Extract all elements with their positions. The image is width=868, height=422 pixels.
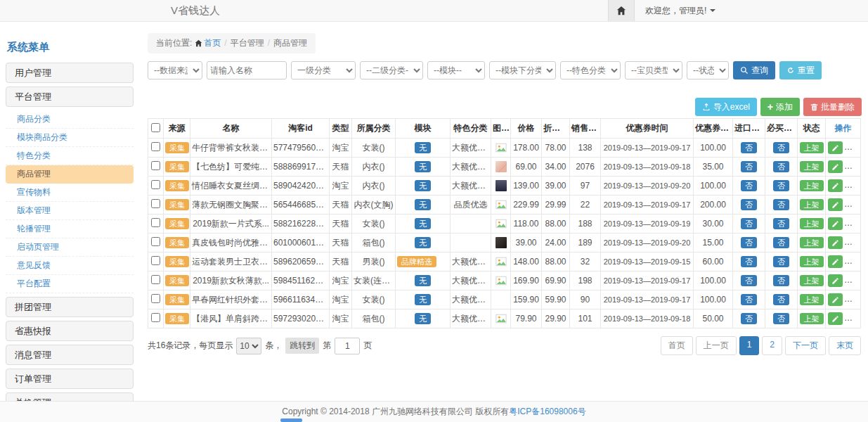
module-badge[interactable]: 无 [415, 161, 431, 172]
import-toggle[interactable]: 否 [741, 275, 757, 286]
import-excel-button[interactable]: 导入excel [695, 98, 757, 116]
import-toggle[interactable]: 否 [741, 180, 757, 191]
edit-button[interactable] [828, 255, 843, 268]
module-badge[interactable]: 无 [415, 294, 431, 305]
edit-button[interactable] [828, 141, 843, 154]
page-button-下一页[interactable]: 下一页 [785, 336, 826, 355]
status-badge[interactable]: 上架 [800, 199, 824, 210]
sidebar-item-特色分类[interactable]: 特色分类 [6, 147, 134, 165]
filter-select-3[interactable]: --二级分类-- [360, 61, 423, 79]
row-checkbox[interactable] [151, 275, 160, 284]
select-all-checkbox[interactable] [151, 123, 160, 132]
status-badge[interactable]: 上架 [800, 275, 824, 286]
sidebar-item-轮播管理[interactable]: 轮播管理 [6, 220, 134, 238]
must-buy-toggle[interactable]: 否 [773, 313, 789, 324]
sidebar-item-商品分类[interactable]: 商品分类 [6, 110, 134, 129]
row-checkbox[interactable] [151, 313, 160, 322]
import-toggle[interactable]: 否 [741, 218, 757, 229]
module-badge[interactable]: 无 [415, 218, 431, 229]
add-button[interactable]: + 添加 [760, 98, 800, 116]
import-toggle[interactable]: 否 [741, 237, 757, 248]
edit-button[interactable] [828, 293, 843, 306]
sidebar-panel-拼团管理[interactable]: 拼团管理 [6, 297, 134, 317]
sidebar-item-模块商品分类[interactable]: 模块商品分类 [6, 129, 134, 147]
status-badge[interactable]: 上架 [800, 180, 824, 191]
row-checkbox[interactable] [151, 256, 160, 265]
sidebar-item-宣传物料[interactable]: 宣传物料 [6, 184, 134, 202]
sidebar-panel-订单管理[interactable]: 订单管理 [6, 369, 134, 389]
row-checkbox[interactable] [151, 199, 160, 208]
filter-select-8[interactable]: --状态-- [687, 61, 729, 79]
status-badge[interactable]: 上架 [800, 313, 824, 324]
must-buy-toggle[interactable]: 否 [773, 256, 789, 267]
edit-button[interactable] [828, 274, 843, 287]
filter-select-2[interactable]: 一级分类 [291, 61, 356, 79]
row-checkbox[interactable] [151, 161, 160, 170]
edit-button[interactable] [828, 198, 843, 211]
user-menu[interactable]: 欢迎您，管理员! [635, 0, 726, 21]
filter-select-5[interactable]: --模块下分类-- [489, 61, 556, 79]
edit-button[interactable] [828, 179, 843, 192]
sidebar-panel-省惠快报[interactable]: 省惠快报 [6, 321, 134, 341]
must-buy-toggle[interactable]: 否 [773, 161, 789, 172]
module-badge[interactable]: 品牌精选 [397, 256, 436, 267]
name-search-input[interactable] [207, 61, 287, 79]
import-toggle[interactable]: 否 [741, 161, 757, 172]
page-button-2[interactable]: 2 [762, 336, 782, 355]
row-checkbox[interactable] [151, 180, 160, 189]
filter-select-7[interactable]: --宝贝类型-- [625, 61, 682, 79]
horizontal-scrollbar-thumb[interactable] [280, 418, 302, 422]
status-badge[interactable]: 上架 [800, 256, 824, 267]
must-buy-toggle[interactable]: 否 [773, 275, 789, 286]
filter-select-0[interactable]: --数据来源-- [148, 61, 202, 79]
must-buy-toggle[interactable]: 否 [773, 180, 789, 191]
must-buy-toggle[interactable]: 否 [773, 199, 789, 210]
must-buy-toggle[interactable]: 否 [773, 142, 789, 153]
status-badge[interactable]: 上架 [800, 294, 824, 305]
batch-delete-button[interactable]: 批量删除 [803, 98, 862, 116]
sidebar-panel-用户管理[interactable]: 用户管理 [6, 63, 134, 83]
sidebar-item-意见反馈[interactable]: 意见反馈 [6, 257, 134, 275]
status-badge[interactable]: 上架 [800, 142, 824, 153]
import-toggle[interactable]: 否 [741, 199, 757, 210]
icp-link[interactable]: 粤ICP备16098006号 [509, 407, 585, 416]
status-badge[interactable]: 上架 [800, 237, 824, 248]
row-checkbox[interactable] [151, 294, 160, 303]
import-toggle[interactable]: 否 [741, 294, 757, 305]
row-checkbox[interactable] [151, 218, 160, 227]
page-button-首页[interactable]: 首页 [661, 336, 693, 355]
import-toggle[interactable]: 否 [741, 313, 757, 324]
sidebar-panel-平台管理[interactable]: 平台管理 [6, 87, 134, 107]
must-buy-toggle[interactable]: 否 [773, 294, 789, 305]
row-checkbox[interactable] [151, 142, 160, 151]
module-badge[interactable]: 无 [415, 142, 431, 153]
per-page-select[interactable]: 10 [236, 338, 261, 354]
must-buy-toggle[interactable]: 否 [773, 237, 789, 248]
page-button-上一页[interactable]: 上一页 [696, 336, 737, 355]
page-button-1[interactable]: 1 [739, 336, 760, 355]
import-toggle[interactable]: 否 [741, 142, 757, 153]
sidebar-item-版本管理[interactable]: 版本管理 [6, 202, 134, 220]
page-number-input[interactable] [335, 338, 360, 354]
sidebar-panel-消息管理[interactable]: 消息管理 [6, 345, 134, 365]
sidebar-item-商品管理[interactable]: 商品管理 [6, 165, 134, 184]
edit-button[interactable] [828, 217, 843, 230]
module-badge[interactable]: 无 [415, 180, 431, 191]
module-badge[interactable]: 无 [415, 313, 431, 324]
edit-button[interactable] [828, 160, 843, 173]
row-checkbox[interactable] [151, 237, 160, 246]
filter-select-4[interactable]: --模块-- [427, 61, 485, 79]
edit-button[interactable] [828, 236, 843, 249]
module-badge[interactable]: 无 [415, 199, 431, 210]
status-badge[interactable]: 上架 [800, 218, 824, 229]
jump-to-button[interactable]: 跳转到 [285, 338, 319, 354]
must-buy-toggle[interactable]: 否 [773, 218, 789, 229]
status-badge[interactable]: 上架 [800, 161, 824, 172]
module-badge[interactable]: 无 [415, 237, 431, 248]
import-toggle[interactable]: 否 [741, 256, 757, 267]
home-button[interactable] [608, 0, 635, 21]
reset-button[interactable]: 重置 [779, 61, 822, 79]
edit-button[interactable] [828, 312, 843, 325]
breadcrumb-home-link[interactable]: 首页 [204, 38, 221, 48]
page-button-末页[interactable]: 末页 [829, 336, 861, 355]
